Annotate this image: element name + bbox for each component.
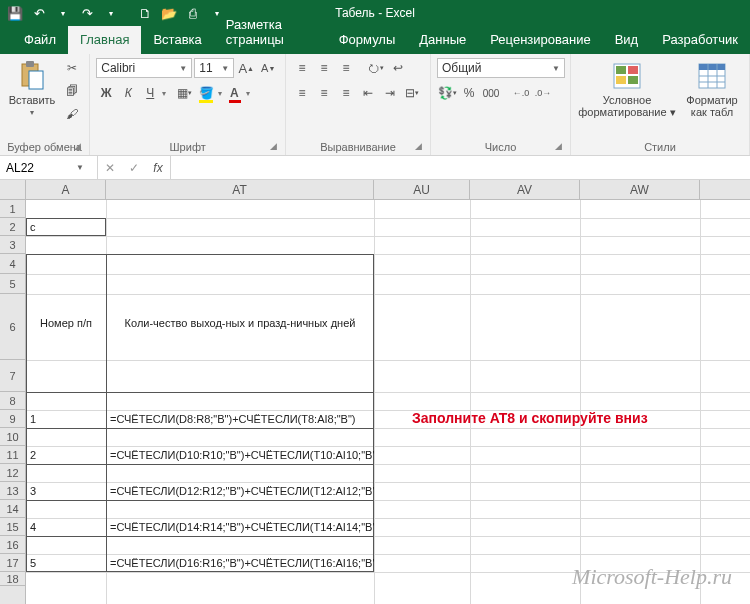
formula-input[interactable] (171, 156, 750, 179)
font-size-combo[interactable]: 11▼ (194, 58, 234, 78)
name-box[interactable]: ▼ (0, 156, 98, 179)
col-header-AU[interactable]: AU (374, 180, 470, 199)
cell-A15[interactable]: 4 (26, 518, 106, 536)
row-header[interactable]: 18 (0, 572, 25, 586)
copy-icon[interactable]: 🗐 (62, 81, 82, 101)
cell-AT15[interactable]: =СЧЁТЕСЛИ(D14:R14;"В")+СЧЁТЕСЛИ(T14:AI14… (106, 518, 374, 536)
align-left-icon[interactable]: ≡ (292, 83, 312, 103)
percent-icon[interactable]: % (459, 83, 479, 103)
cell-AT11[interactable]: =СЧЁТЕСЛИ(D10:R10;"В")+СЧЁТЕСЛИ(T10:AI10… (106, 446, 374, 464)
decrease-indent-icon[interactable]: ⇤ (358, 83, 378, 103)
align-right-icon[interactable]: ≡ (336, 83, 356, 103)
undo-icon[interactable]: ↶ (28, 2, 50, 24)
number-format-combo[interactable]: Общий▼ (437, 58, 565, 78)
col-header-A[interactable]: A (26, 180, 106, 199)
align-top-icon[interactable]: ≡ (292, 58, 312, 78)
row-header[interactable]: 13 (0, 482, 25, 500)
borders-icon[interactable]: ▦▾ (174, 83, 194, 103)
row-header[interactable]: 15 (0, 518, 25, 536)
format-as-table-button[interactable]: Форматир как табл (681, 58, 743, 118)
row-header[interactable]: 4 (0, 254, 25, 274)
cell-A17[interactable]: 5 (26, 554, 106, 572)
col-header-AT[interactable]: AT (106, 180, 374, 199)
row-header[interactable]: 10 (0, 428, 25, 446)
undo-dropdown-icon[interactable]: ▾ (52, 2, 74, 24)
dialog-launcher-icon[interactable]: ◢ (270, 141, 277, 151)
underline-button[interactable]: Ч (140, 83, 160, 103)
row-header[interactable]: 12 (0, 464, 25, 482)
cells-area[interactable]: с Номер п/п Коли-чество выход-ных и праз… (26, 200, 750, 604)
chevron-down-icon[interactable]: ▼ (72, 163, 88, 172)
tab-insert[interactable]: Вставка (141, 26, 213, 54)
orientation-icon[interactable]: ⭮▾ (366, 58, 386, 78)
tab-file[interactable]: Файл (12, 26, 68, 54)
bold-button[interactable]: Ж (96, 83, 116, 103)
font-color-icon[interactable]: A (224, 83, 244, 103)
row-header[interactable]: 2 (0, 218, 25, 236)
align-middle-icon[interactable]: ≡ (314, 58, 334, 78)
redo-dropdown-icon[interactable]: ▾ (100, 2, 122, 24)
cancel-icon[interactable]: ✕ (98, 161, 122, 175)
fx-icon[interactable]: fx (146, 161, 170, 175)
italic-button[interactable]: К (118, 83, 138, 103)
paste-button[interactable]: Вставить ▾ (6, 58, 58, 117)
row-header[interactable]: 17 (0, 554, 25, 572)
increase-indent-icon[interactable]: ⇥ (380, 83, 400, 103)
cell-AT9[interactable]: =СЧЁТЕСЛИ(D8:R8;"В")+СЧЁТЕСЛИ(T8:AI8;"В"… (106, 410, 374, 428)
conditional-formatting-button[interactable]: Условное форматирование ▾ (577, 58, 677, 118)
decrease-decimal-icon[interactable]: .0→ (533, 83, 553, 103)
fill-color-icon[interactable]: 🪣 (196, 83, 216, 103)
tab-review[interactable]: Рецензирование (478, 26, 602, 54)
wrap-text-icon[interactable]: ↩ (388, 58, 408, 78)
increase-decimal-icon[interactable]: ←.0 (511, 83, 531, 103)
tab-view[interactable]: Вид (603, 26, 651, 54)
enter-icon[interactable]: ✓ (122, 161, 146, 175)
cut-icon[interactable]: ✂ (62, 58, 82, 78)
redo-icon[interactable]: ↷ (76, 2, 98, 24)
cell-AT13[interactable]: =СЧЁТЕСЛИ(D12:R12;"В")+СЧЁТЕСЛИ(T12:AI12… (106, 482, 374, 500)
tab-layout[interactable]: Разметка страницы (214, 11, 327, 54)
dialog-launcher-icon[interactable]: ◢ (415, 141, 422, 151)
col-header-AV[interactable]: AV (470, 180, 580, 199)
dialog-launcher-icon[interactable]: ◢ (555, 141, 562, 151)
col-header-AW[interactable]: AW (580, 180, 700, 199)
tab-formulas[interactable]: Формулы (327, 26, 408, 54)
format-painter-icon[interactable]: 🖌 (62, 104, 82, 124)
merge-icon[interactable]: ⊟▾ (402, 83, 422, 103)
save-icon[interactable]: 💾 (4, 2, 26, 24)
cell-A-header[interactable]: Номер п/п (26, 254, 106, 392)
row-header[interactable]: 6 (0, 294, 25, 360)
cell-A13[interactable]: 3 (26, 482, 106, 500)
name-box-input[interactable] (2, 161, 72, 175)
cell-A2[interactable]: с (26, 218, 106, 236)
row-header[interactable]: 8 (0, 392, 25, 410)
row-header[interactable]: 11 (0, 446, 25, 464)
shrink-font-icon[interactable]: A▼ (258, 58, 278, 78)
accounting-icon[interactable]: 💱▾ (437, 83, 457, 103)
tab-developer[interactable]: Разработчик (650, 26, 750, 54)
cell-A9[interactable]: 1 (26, 410, 106, 428)
font-name-combo[interactable]: Calibri▼ (96, 58, 192, 78)
row-header[interactable]: 1 (0, 200, 25, 218)
row-header[interactable]: 16 (0, 536, 25, 554)
row-header[interactable]: 3 (0, 236, 25, 254)
row-header[interactable]: 5 (0, 274, 25, 294)
dialog-launcher-icon[interactable]: ◢ (74, 141, 81, 151)
comma-icon[interactable]: 000 (481, 83, 501, 103)
annotation-text: Заполните AT8 и скопируйте вниз (408, 406, 748, 430)
cell-AT-header[interactable]: Коли-чество выход-ных и празд-ничных дне… (106, 254, 374, 392)
cell-A11[interactable]: 2 (26, 446, 106, 464)
new-icon[interactable]: 🗋 (134, 2, 156, 24)
row-header[interactable]: 14 (0, 500, 25, 518)
select-all-corner[interactable] (0, 180, 26, 199)
quickprint-icon[interactable]: ⎙ (182, 2, 204, 24)
align-center-icon[interactable]: ≡ (314, 83, 334, 103)
align-bottom-icon[interactable]: ≡ (336, 58, 356, 78)
row-header[interactable]: 9 (0, 410, 25, 428)
row-header[interactable]: 7 (0, 360, 25, 392)
tab-data[interactable]: Данные (407, 26, 478, 54)
grow-font-icon[interactable]: A▲ (236, 58, 256, 78)
tab-home[interactable]: Главная (68, 26, 141, 54)
cell-AT17[interactable]: =СЧЁТЕСЛИ(D16:R16;"В")+СЧЁТЕСЛИ(T16:AI16… (106, 554, 374, 572)
open-icon[interactable]: 📂 (158, 2, 180, 24)
